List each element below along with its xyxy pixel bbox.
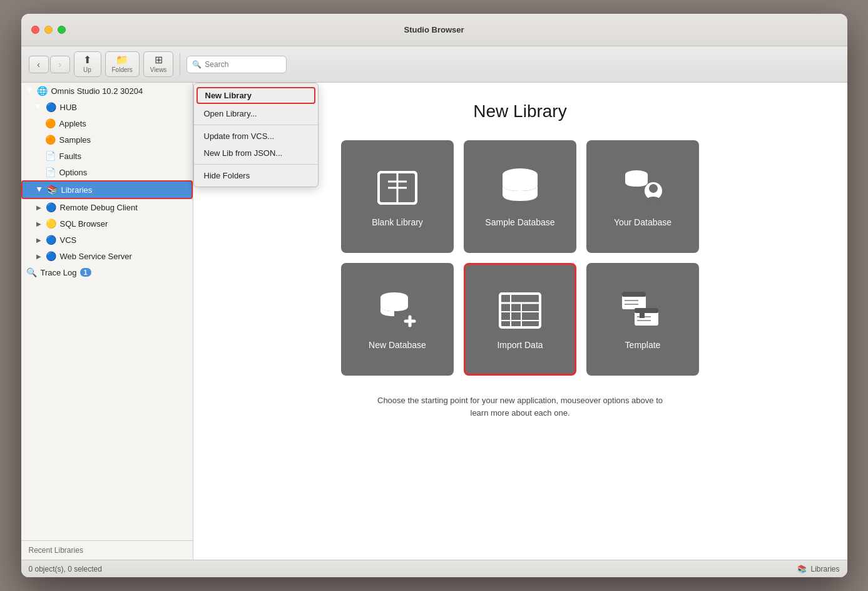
views-button[interactable]: ⊞ Views <box>143 51 174 77</box>
expand-arrow-sql: ▶ <box>35 220 43 227</box>
blank-library-label: Blank Library <box>372 217 423 227</box>
dropdown-menu: New Library Open Library... Update from … <box>193 83 319 187</box>
card-template[interactable]: Template <box>586 263 699 376</box>
expand-arrow-hub: ▶ <box>35 103 43 111</box>
main-window: Studio Browser ‹ › ⬆ Up 📁 Folders ⊞ View… <box>21 14 847 577</box>
dropdown-new-lib-json[interactable]: New Lib from JSON... <box>194 145 318 162</box>
sidebar-item-remote-debug[interactable]: ▶ 🔵 Remote Debug Client <box>21 199 193 215</box>
expand-arrow-libs: ▶ <box>36 186 44 193</box>
globe-icon: 🌐 <box>37 85 48 96</box>
vcs-icon: 🔵 <box>46 234 57 245</box>
hub-icon: 🔵 <box>46 101 57 113</box>
dropdown-new-library[interactable]: New Library <box>197 87 315 104</box>
sidebar-item-trace-log[interactable]: 🔍 Trace Log 1 <box>21 264 193 280</box>
main-area: ▶ 🌐 Omnis Studio 10.2 30204 ▶ 🔵 HUB 🟠 Ap… <box>21 83 847 560</box>
folders-button[interactable]: 📁 Folders <box>105 51 140 77</box>
your-db-icon <box>618 166 668 210</box>
search-box[interactable]: 🔍 <box>186 56 287 73</box>
blank-library-icon <box>372 166 422 210</box>
sidebar-item-applets[interactable]: 🟠 Applets <box>21 115 193 131</box>
options-icon: 📄 <box>45 167 56 178</box>
sidebar-item-sql[interactable]: ▶ 🟡 SQL Browser <box>21 215 193 232</box>
expand-arrow-remote: ▶ <box>35 203 43 211</box>
card-blank-library[interactable]: Blank Library <box>341 140 454 253</box>
page-title: New Library <box>473 101 566 121</box>
samples-icon: 🟠 <box>45 134 56 145</box>
card-sample-database[interactable]: Sample Database <box>464 140 576 253</box>
card-new-database[interactable]: New Database <box>341 263 454 376</box>
import-data-icon <box>495 289 545 332</box>
remote-debug-icon: 🔵 <box>46 202 57 213</box>
up-button[interactable]: ⬆ Up <box>74 51 101 77</box>
sidebar-item-root[interactable]: ▶ 🌐 Omnis Studio 10.2 30204 <box>21 83 193 99</box>
minimize-button[interactable] <box>44 26 53 34</box>
applets-icon: 🟠 <box>45 118 56 129</box>
content-wrapper: New Library Open Library... Update from … <box>193 83 847 560</box>
libraries-status-icon: 📚 <box>797 565 807 573</box>
forward-button[interactable]: › <box>50 56 70 73</box>
traffic-lights <box>31 26 66 34</box>
sidebar-item-hub[interactable]: ▶ 🔵 HUB <box>21 99 193 115</box>
dropdown-separator-1 <box>194 125 318 125</box>
sidebar: ▶ 🌐 Omnis Studio 10.2 30204 ▶ 🔵 HUB 🟠 Ap… <box>21 83 193 560</box>
views-icon: ⊞ <box>155 55 163 65</box>
statusbar-left: 0 object(s), 0 selected <box>29 565 102 573</box>
trace-log-icon: 🔍 <box>26 267 38 278</box>
svg-rect-20 <box>622 292 646 297</box>
back-button[interactable]: ‹ <box>29 56 49 73</box>
sql-icon: 🟡 <box>46 218 57 229</box>
sidebar-item-web-service[interactable]: ▶ 🔵 Web Service Server <box>21 248 193 264</box>
sidebar-item-libraries[interactable]: ▶ 📚 Libraries <box>21 180 193 199</box>
search-input[interactable] <box>205 60 281 69</box>
dropdown-update-vcs[interactable]: Update from VCS... <box>194 128 318 145</box>
import-data-label: Import Data <box>497 340 543 350</box>
web-service-icon: 🔵 <box>46 250 57 262</box>
expand-arrow-vcs: ▶ <box>35 236 43 244</box>
dropdown-hide-folders[interactable]: Hide Folders <box>194 167 318 184</box>
sample-db-label: Sample Database <box>485 217 554 227</box>
card-import-data[interactable]: Import Data <box>464 263 576 376</box>
new-db-icon <box>372 289 422 332</box>
new-db-label: New Database <box>369 340 426 350</box>
template-label: Template <box>625 340 661 350</box>
sidebar-item-options[interactable]: 📄 Options <box>21 164 193 180</box>
close-button[interactable] <box>31 26 39 34</box>
template-icon <box>618 289 668 332</box>
folders-icon: 📁 <box>116 55 128 65</box>
dropdown-open-library[interactable]: Open Library... <box>194 105 318 122</box>
svg-rect-24 <box>635 308 658 313</box>
sidebar-item-vcs[interactable]: ▶ 🔵 VCS <box>21 232 193 248</box>
svg-point-9 <box>646 197 661 205</box>
statusbar-right: 📚 Libraries <box>797 565 839 573</box>
sidebar-item-samples[interactable]: 🟠 Samples <box>21 131 193 148</box>
expand-arrow-web: ▶ <box>35 252 43 260</box>
statusbar: 0 object(s), 0 selected 📚 Libraries <box>21 560 847 577</box>
card-description: Choose the starting point for your new a… <box>377 394 663 419</box>
faults-icon: 📄 <box>45 150 56 162</box>
svg-point-8 <box>649 184 658 193</box>
titlebar: Studio Browser <box>21 14 847 46</box>
toolbar: ‹ › ⬆ Up 📁 Folders ⊞ Views 🔍 <box>21 46 847 83</box>
maximize-button[interactable] <box>58 26 66 34</box>
libraries-icon: 📚 <box>47 184 58 195</box>
svg-rect-27 <box>640 313 645 318</box>
expand-arrow-root: ▶ <box>26 87 34 95</box>
card-your-database[interactable]: Your Database <box>586 140 699 253</box>
dropdown-separator-2 <box>194 164 318 165</box>
your-db-label: Your Database <box>614 217 671 227</box>
search-icon: 🔍 <box>192 60 202 69</box>
sidebar-item-faults[interactable]: 📄 Faults <box>21 148 193 164</box>
trace-log-badge: 1 <box>80 268 91 277</box>
statusbar-right-label: Libraries <box>810 565 839 573</box>
up-icon: ⬆ <box>83 55 91 65</box>
toolbar-separator <box>180 53 180 76</box>
nav-buttons: ‹ › <box>29 56 70 73</box>
svg-rect-13 <box>500 294 540 327</box>
cards-grid: Blank Library Sample Data <box>341 140 699 376</box>
recent-libraries-label: Recent Libraries <box>21 540 193 560</box>
window-title: Studio Browser <box>404 25 464 34</box>
sample-db-icon <box>495 166 545 210</box>
